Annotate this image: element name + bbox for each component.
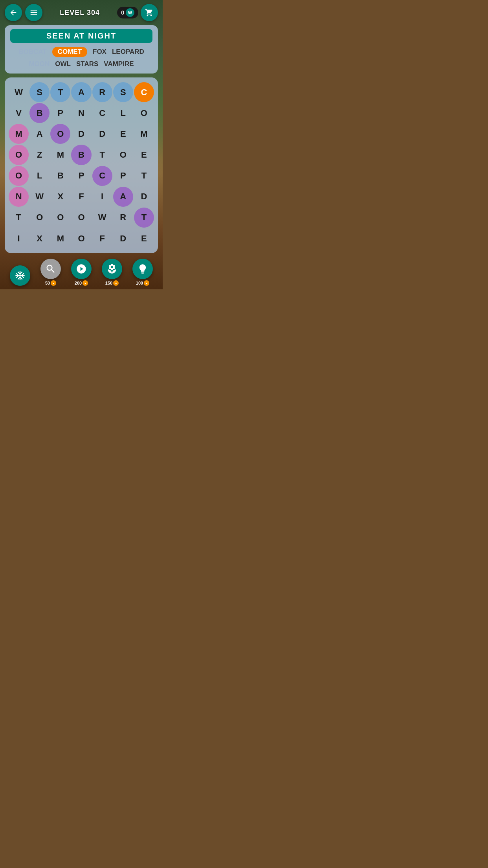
word-moon: MOON xyxy=(29,60,50,68)
cell-6-4[interactable]: W xyxy=(92,208,112,228)
cell-2-1[interactable]: A xyxy=(29,124,50,144)
search-button[interactable]: 50 ● xyxy=(40,259,61,286)
cell-7-1[interactable]: X xyxy=(29,228,50,248)
word-row-2: MOON OWL STARS VAMPIRE xyxy=(29,60,134,68)
cell-0-5[interactable]: S xyxy=(113,82,133,102)
cell-1-5[interactable]: L xyxy=(113,103,133,123)
cell-0-1[interactable]: S xyxy=(29,82,50,102)
header-left xyxy=(5,4,42,21)
cell-5-0[interactable]: N xyxy=(9,187,29,207)
letter-grid[interactable]: W S T A R S C V B P N C L O M A O D D E … xyxy=(9,82,154,248)
cell-0-4[interactable]: R xyxy=(92,82,112,102)
cell-2-0[interactable]: M xyxy=(9,124,29,144)
cell-3-6[interactable]: E xyxy=(134,145,154,165)
menu-button[interactable] xyxy=(25,4,42,21)
cell-6-0[interactable]: T xyxy=(9,208,29,228)
search-cost-value: 50 xyxy=(45,281,50,285)
bloom-coin-icon: ● xyxy=(113,280,119,286)
cell-1-3[interactable]: N xyxy=(71,103,91,123)
cell-1-0[interactable]: V xyxy=(9,103,29,123)
cell-7-6[interactable]: E xyxy=(134,228,154,248)
cell-7-0[interactable]: I xyxy=(9,228,29,248)
hint-icon xyxy=(132,259,153,279)
hint-cost-value: 100 xyxy=(136,281,143,285)
cell-7-4[interactable]: F xyxy=(92,228,112,248)
reveal-cost: 200 ● xyxy=(75,280,88,286)
coin-w-icon: W xyxy=(126,8,134,17)
cell-4-3[interactable]: P xyxy=(71,166,91,186)
freeze-icon xyxy=(10,265,30,286)
word-owl: OWL xyxy=(55,60,71,68)
hint-coin-icon: ● xyxy=(144,280,149,286)
search-coin-icon: ● xyxy=(51,280,56,286)
cell-6-5[interactable]: R xyxy=(113,208,133,228)
cell-4-4[interactable]: C xyxy=(92,166,112,186)
cell-5-5[interactable]: A xyxy=(113,187,133,207)
reveal-icon xyxy=(71,259,92,279)
bloom-icon xyxy=(102,259,122,279)
word-fox: FOX xyxy=(93,48,106,56)
search-icon xyxy=(40,259,61,279)
cell-2-6[interactable]: M xyxy=(134,124,154,144)
cell-6-3[interactable]: O xyxy=(71,208,91,228)
reveal-coin-icon: ● xyxy=(83,280,88,286)
word-leopard: LEOPARD xyxy=(112,48,144,56)
cell-2-3[interactable]: D xyxy=(71,124,91,144)
hint-cost: 100 ● xyxy=(136,280,149,286)
word-vampire: VAMPIRE xyxy=(104,60,134,68)
cell-3-2[interactable]: M xyxy=(50,145,70,165)
word-comet: COMET xyxy=(52,47,87,57)
cell-0-3[interactable]: A xyxy=(71,82,91,102)
cell-4-5[interactable]: P xyxy=(113,166,133,186)
header: LEVEL 304 0 W xyxy=(5,4,158,21)
cell-4-2[interactable]: B xyxy=(50,166,70,186)
hint-button[interactable]: 100 ● xyxy=(132,259,153,286)
cell-7-5[interactable]: D xyxy=(113,228,133,248)
word-bobcat: BOBCAT xyxy=(18,48,46,56)
word-list: BOBCAT COMET FOX LEOPARD MOON OWL STARS … xyxy=(10,47,152,68)
bloom-button[interactable]: 150 ● xyxy=(102,259,122,286)
cell-0-2[interactable]: T xyxy=(50,82,70,102)
cell-7-3[interactable]: O xyxy=(71,228,91,248)
cell-3-1[interactable]: Z xyxy=(29,145,50,165)
cell-2-4[interactable]: D xyxy=(92,124,112,144)
cell-5-2[interactable]: X xyxy=(50,187,70,207)
cell-2-5[interactable]: E xyxy=(113,124,133,144)
cell-3-4[interactable]: T xyxy=(92,145,112,165)
header-right: 0 W xyxy=(117,4,158,21)
cell-6-6[interactable]: T xyxy=(134,208,154,228)
cell-7-2[interactable]: M xyxy=(50,228,70,248)
cell-5-1[interactable]: W xyxy=(29,187,50,207)
cell-1-4[interactable]: C xyxy=(92,103,112,123)
cell-3-5[interactable]: O xyxy=(113,145,133,165)
puzzle-title: SEEN AT NIGHT xyxy=(10,29,152,43)
freeze-button[interactable] xyxy=(10,265,30,286)
back-button[interactable] xyxy=(5,4,22,21)
cell-1-6[interactable]: O xyxy=(134,103,154,123)
search-cost: 50 ● xyxy=(45,280,56,286)
cell-0-6[interactable]: C xyxy=(134,82,154,102)
word-row-1: BOBCAT COMET FOX LEOPARD xyxy=(18,47,144,57)
cell-6-2[interactable]: O xyxy=(50,208,70,228)
cell-1-1[interactable]: B xyxy=(29,103,50,123)
coin-count: 0 xyxy=(121,9,124,16)
cell-1-2[interactable]: P xyxy=(50,103,70,123)
cell-6-1[interactable]: O xyxy=(29,208,50,228)
cell-3-3[interactable]: B xyxy=(71,145,91,165)
word-panel: SEEN AT NIGHT BOBCAT COMET FOX LEOPARD M… xyxy=(5,25,158,74)
cell-2-2[interactable]: O xyxy=(50,124,70,144)
cell-3-0[interactable]: O xyxy=(9,145,29,165)
cell-4-0[interactable]: O xyxy=(9,166,29,186)
cell-5-3[interactable]: F xyxy=(71,187,91,207)
cart-button[interactable] xyxy=(141,4,158,21)
cell-4-6[interactable]: T xyxy=(134,166,154,186)
coins-display: 0 W xyxy=(117,7,138,18)
word-stars: STARS xyxy=(76,60,98,68)
cell-5-4[interactable]: I xyxy=(92,187,112,207)
cell-0-0[interactable]: W xyxy=(9,82,29,102)
grid-panel: W S T A R S C V B P N C L O M A O D D E … xyxy=(5,77,158,253)
cell-5-6[interactable]: D xyxy=(134,187,154,207)
bloom-cost-value: 150 xyxy=(105,281,112,285)
cell-4-1[interactable]: L xyxy=(29,166,50,186)
reveal-button[interactable]: 200 ● xyxy=(71,259,92,286)
